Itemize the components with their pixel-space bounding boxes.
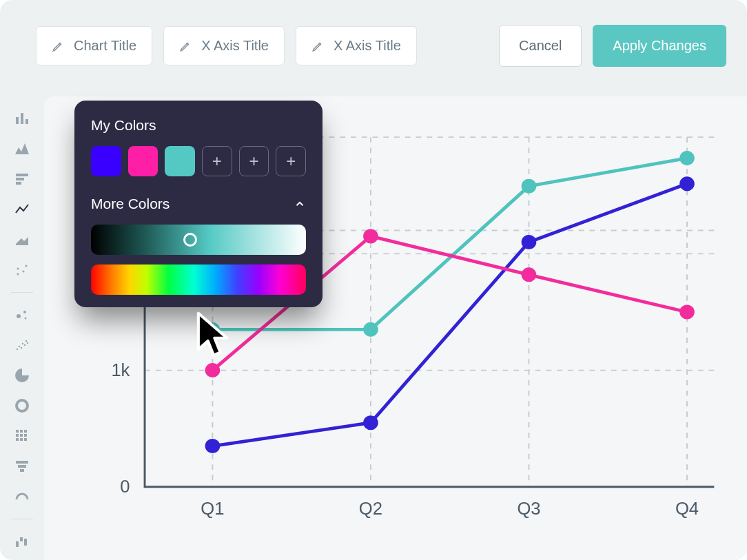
svg-point-12 <box>25 318 27 320</box>
chevron-up-icon <box>294 198 306 210</box>
svg-point-19 <box>27 342 28 344</box>
top-toolbar: Chart Title X Axis Title X Axis Title Ca… <box>0 0 747 81</box>
svg-point-48 <box>681 178 693 189</box>
add-color-button[interactable]: + <box>202 146 232 176</box>
apply-changes-button[interactable]: Apply Changes <box>593 25 726 67</box>
bubble-chart-icon[interactable] <box>12 305 32 324</box>
svg-point-54 <box>365 230 377 242</box>
svg-text:Q2: Q2 <box>359 499 382 518</box>
svg-point-49 <box>207 324 219 335</box>
svg-text:Q3: Q3 <box>517 499 540 518</box>
hue-slider[interactable] <box>91 265 306 295</box>
chart-type-sidebar <box>0 96 44 560</box>
swatch-row: + + + <box>91 146 306 176</box>
svg-text:Q4: Q4 <box>675 499 699 518</box>
color-swatch[interactable] <box>165 146 195 176</box>
my-colors-heading: My Colors <box>91 117 306 134</box>
svg-point-11 <box>23 311 26 313</box>
svg-point-20 <box>17 400 28 411</box>
chart-title-field[interactable]: Chart Title <box>36 26 152 65</box>
pencil-icon <box>52 40 64 52</box>
svg-point-14 <box>19 346 20 347</box>
svg-point-10 <box>17 314 21 318</box>
color-swatch[interactable] <box>128 146 158 176</box>
svg-point-7 <box>17 268 19 270</box>
svg-point-52 <box>681 152 693 164</box>
svg-point-18 <box>25 340 27 342</box>
donut-chart-icon[interactable] <box>12 396 32 415</box>
shade-slider-handle[interactable] <box>183 233 197 247</box>
waterfall-chart-icon[interactable] <box>12 532 32 551</box>
cancel-button[interactable]: Cancel <box>499 25 582 67</box>
area-peaks-icon[interactable] <box>12 139 32 158</box>
svg-rect-29 <box>24 438 27 441</box>
more-colors-label: More Colors <box>91 196 170 212</box>
svg-rect-21 <box>16 430 19 433</box>
svg-point-55 <box>523 269 535 280</box>
svg-point-50 <box>365 324 377 335</box>
svg-rect-4 <box>16 178 24 180</box>
more-colors-header[interactable]: More Colors <box>91 196 306 212</box>
x-axis-title-text-2: X Axis Title <box>334 38 401 54</box>
svg-rect-24 <box>16 434 19 437</box>
x-axis-title-field-2[interactable]: X Axis Title <box>296 26 417 65</box>
svg-point-8 <box>23 271 25 273</box>
chart-title-text: Chart Title <box>74 38 136 54</box>
svg-text:0: 0 <box>120 477 130 497</box>
svg-rect-22 <box>20 430 23 433</box>
pencil-icon <box>311 40 324 52</box>
area-chart-icon[interactable] <box>12 230 32 249</box>
svg-point-51 <box>523 180 535 192</box>
svg-rect-27 <box>16 438 19 441</box>
svg-rect-32 <box>20 469 24 472</box>
svg-rect-28 <box>20 438 23 441</box>
pie-chart-icon[interactable] <box>12 366 32 385</box>
app-frame: Chart Title X Axis Title X Axis Title Ca… <box>0 0 747 560</box>
svg-point-53 <box>207 364 219 376</box>
sidebar-separator <box>11 292 33 293</box>
svg-point-15 <box>21 347 22 349</box>
svg-rect-2 <box>25 119 28 124</box>
sidebar-separator <box>11 519 33 519</box>
svg-rect-31 <box>18 465 26 468</box>
svg-point-16 <box>22 343 23 344</box>
svg-rect-23 <box>24 430 27 433</box>
svg-rect-25 <box>20 434 23 437</box>
svg-point-13 <box>17 349 18 350</box>
svg-rect-30 <box>16 461 28 464</box>
svg-point-47 <box>523 236 535 248</box>
svg-point-56 <box>681 306 693 318</box>
svg-rect-0 <box>16 117 19 124</box>
scatter-sparse-icon[interactable] <box>12 260 32 280</box>
funnel-chart-icon[interactable] <box>12 457 32 476</box>
svg-rect-35 <box>24 539 27 546</box>
gauge-chart-icon[interactable] <box>12 487 32 506</box>
add-color-button[interactable]: + <box>239 146 269 176</box>
svg-rect-34 <box>20 537 23 541</box>
color-picker-popover: My Colors + + + More Colors <box>74 101 323 307</box>
svg-point-45 <box>207 440 219 452</box>
bar-chart-icon[interactable] <box>12 109 32 128</box>
svg-rect-5 <box>16 182 21 185</box>
svg-rect-26 <box>24 434 27 437</box>
svg-text:Q1: Q1 <box>201 499 224 518</box>
svg-point-9 <box>25 265 28 267</box>
heatmap-grid-icon[interactable] <box>12 426 32 446</box>
svg-text:1k: 1k <box>111 361 130 380</box>
color-swatch[interactable] <box>91 146 121 176</box>
add-color-button[interactable]: + <box>276 146 306 176</box>
svg-point-46 <box>365 417 377 428</box>
pencil-icon <box>179 40 192 52</box>
x-axis-title-field-1[interactable]: X Axis Title <box>163 26 285 65</box>
svg-rect-33 <box>16 541 19 547</box>
line-chart-icon[interactable] <box>12 200 32 219</box>
shade-slider[interactable] <box>91 225 306 255</box>
x-axis-title-text-1: X Axis Title <box>201 38 269 54</box>
svg-rect-1 <box>21 113 23 124</box>
scatter-dense-icon[interactable] <box>12 335 32 355</box>
svg-point-17 <box>24 344 25 346</box>
svg-rect-3 <box>16 174 28 176</box>
svg-point-6 <box>17 273 19 276</box>
horizontal-bars-icon[interactable] <box>12 169 32 189</box>
